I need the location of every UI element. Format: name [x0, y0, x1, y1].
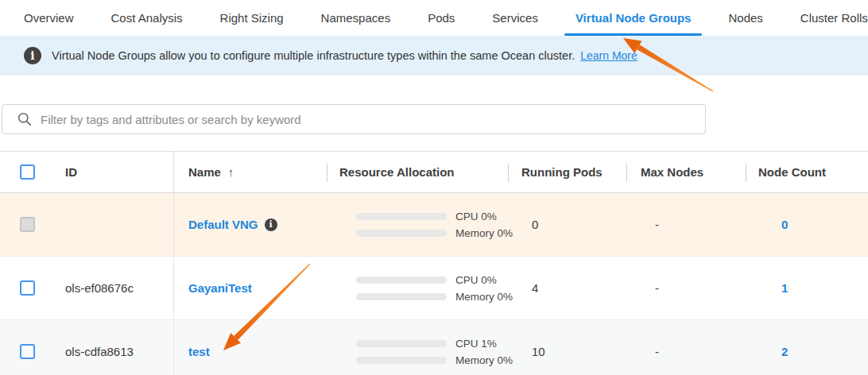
row-id-cell: ols-cdfa8613: [46, 320, 174, 375]
virtual-node-groups-page: Overview Cost Analysis Right Sizing Name…: [0, 0, 868, 375]
max-nodes-value: -: [631, 257, 750, 319]
node-count-cell: 1: [750, 257, 868, 319]
learn-more-link[interactable]: Learn More: [580, 49, 637, 62]
memory-progress-bar: [356, 230, 447, 237]
table-row-test: ols-cdfa8613 test CPU 1% Memory 0% 10 -: [0, 320, 868, 375]
table-row-gayanitest: ols-ef08676c GayaniTest CPU 0% Memory 0%…: [0, 257, 868, 320]
cpu-progress-bar: [356, 276, 447, 284]
tab-cluster-rolls[interactable]: Cluster Rolls: [800, 0, 868, 36]
select-all-checkbox-cell: [0, 152, 46, 192]
search-input[interactable]: [41, 113, 696, 126]
banner-text: Virtual Node Groups allow you to configu…: [52, 49, 575, 62]
node-count-link[interactable]: 1: [781, 281, 788, 295]
column-header-running-pods[interactable]: Running Pods: [508, 152, 626, 192]
cpu-label: CPU 1%: [455, 338, 497, 350]
max-nodes-value: -: [631, 320, 750, 375]
tab-services[interactable]: Services: [492, 0, 538, 36]
name-link-default-vng[interactable]: Default VNG: [188, 218, 258, 231]
tab-nodes[interactable]: Nodes: [728, 0, 762, 36]
row-checkbox-disabled: [20, 217, 35, 232]
vng-table: ID Name ↑ Resource Allocation Running Po…: [0, 151, 868, 375]
default-vng-info-icon[interactable]: [265, 218, 277, 231]
cpu-progress-bar: [356, 340, 447, 347]
sort-asc-arrow-icon[interactable]: ↑: [228, 165, 234, 179]
column-header-name[interactable]: Name ↑: [174, 152, 327, 192]
row-resource-cell: CPU 1% Memory 0%: [327, 320, 513, 375]
column-header-node-count[interactable]: Node Count: [746, 152, 868, 192]
memory-label: Memory 0%: [455, 291, 513, 303]
column-header-name-label: Name: [188, 165, 221, 179]
max-nodes-value: -: [631, 193, 750, 256]
row-checkbox-cell: [0, 193, 46, 256]
column-header-resource-allocation[interactable]: Resource Allocation: [327, 152, 508, 192]
node-count-cell: 2: [750, 320, 868, 375]
table-row-default-vng: Default VNG CPU 0% Memory 0% 0 -: [0, 193, 868, 257]
filter-search-box[interactable]: [2, 104, 706, 134]
running-pods-value: 10: [513, 320, 631, 375]
row-checkbox-cell: [0, 320, 46, 375]
row-name-cell: GayaniTest: [174, 257, 327, 319]
running-pods-value: 0: [513, 193, 631, 256]
node-count-cell: 0: [750, 193, 868, 256]
tab-right-sizing[interactable]: Right Sizing: [220, 0, 284, 36]
tab-namespaces[interactable]: Namespaces: [321, 0, 391, 36]
column-header-max-nodes[interactable]: Max Nodes: [626, 152, 746, 192]
row-name-cell: Default VNG: [174, 193, 327, 256]
row-checkbox[interactable]: [20, 344, 35, 359]
node-count-link[interactable]: 0: [781, 218, 788, 231]
row-checkbox[interactable]: [20, 280, 35, 296]
select-all-checkbox[interactable]: [20, 164, 35, 180]
memory-progress-bar: [356, 357, 447, 364]
column-header-id[interactable]: ID: [46, 152, 174, 192]
name-link-test[interactable]: test: [188, 345, 210, 358]
running-pods-value: 4: [513, 257, 631, 319]
memory-label: Memory 0%: [455, 227, 513, 239]
cpu-label: CPU 0%: [455, 211, 497, 222]
info-icon: [24, 47, 41, 64]
memory-label: Memory 0%: [455, 354, 513, 366]
cpu-progress-bar: [356, 213, 447, 220]
memory-progress-bar: [356, 293, 447, 300]
row-resource-cell: CPU 0% Memory 0%: [327, 257, 513, 319]
name-link-gayanitest[interactable]: GayaniTest: [188, 281, 252, 295]
tab-virtual-node-groups[interactable]: Virtual Node Groups: [575, 0, 692, 36]
node-count-link[interactable]: 2: [781, 345, 788, 358]
tab-cost-analysis[interactable]: Cost Analysis: [111, 0, 183, 36]
cpu-label: CPU 0%: [455, 274, 497, 286]
tab-bar: Overview Cost Analysis Right Sizing Name…: [0, 0, 868, 36]
row-id-cell: [46, 193, 174, 256]
info-banner: Virtual Node Groups allow you to configu…: [0, 36, 868, 75]
tab-overview[interactable]: Overview: [24, 0, 74, 36]
row-resource-cell: CPU 0% Memory 0%: [327, 193, 513, 256]
search-icon: [17, 112, 32, 126]
row-checkbox-cell: [0, 257, 46, 319]
row-name-cell: test: [174, 320, 327, 375]
row-id-cell: ols-ef08676c: [46, 257, 174, 319]
tab-pods[interactable]: Pods: [428, 0, 455, 36]
table-header-row: ID Name ↑ Resource Allocation Running Po…: [0, 151, 868, 193]
